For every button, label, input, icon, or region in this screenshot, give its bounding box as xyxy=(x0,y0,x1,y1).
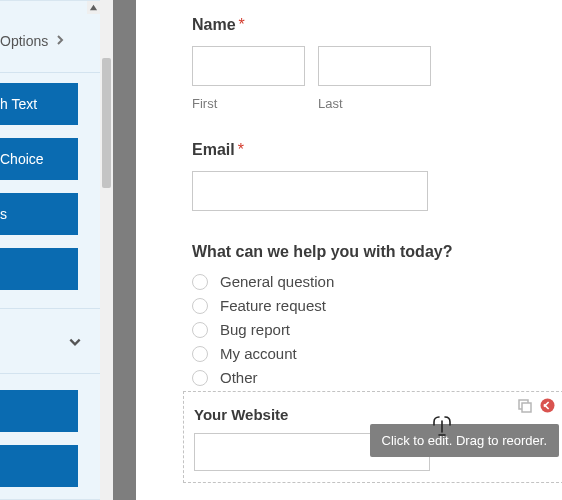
radio-option[interactable]: My account xyxy=(192,345,562,362)
radio-option[interactable]: General question xyxy=(192,273,562,290)
form-canvas: Name* First Last Email* What can w xyxy=(136,0,562,500)
svg-point-2 xyxy=(541,399,555,413)
svg-rect-1 xyxy=(522,403,531,412)
duplicate-icon[interactable] xyxy=(518,399,532,417)
radio-label: Bug report xyxy=(220,321,290,338)
radio-option[interactable]: Other xyxy=(192,369,562,386)
sidebar-field-s-label: s xyxy=(0,206,7,222)
name-last-input[interactable] xyxy=(318,46,431,86)
required-mark: * xyxy=(239,16,245,33)
name-first-input[interactable] xyxy=(192,46,305,86)
radio-icon xyxy=(192,370,208,386)
sidebar-field-6[interactable] xyxy=(0,445,78,487)
sidebar-scrollbar[interactable] xyxy=(100,0,113,500)
radio-label: Other xyxy=(220,369,258,386)
chevron-right-icon xyxy=(54,33,66,49)
chevron-down-icon xyxy=(68,335,82,349)
radio-label: General question xyxy=(220,273,334,290)
sidebar-divider xyxy=(0,72,100,73)
radio-label: Feature request xyxy=(220,297,326,314)
field-name[interactable]: Name* First Last xyxy=(136,16,562,141)
sidebar-divider xyxy=(0,373,100,374)
field-website[interactable]: Your Website Click to edit. Drag to reor… xyxy=(183,391,562,483)
sidebar-field-text[interactable]: h Text xyxy=(0,83,78,125)
name-last-sublabel: Last xyxy=(318,96,431,111)
field-help-label: What can we help you with today? xyxy=(192,243,562,261)
required-mark: * xyxy=(238,141,244,158)
panel-divider xyxy=(113,0,136,500)
sidebar-section-toggle[interactable] xyxy=(0,321,100,363)
email-input[interactable] xyxy=(192,171,428,211)
field-email-label: Email* xyxy=(192,141,562,159)
radio-icon xyxy=(192,322,208,338)
sidebar-field-choice[interactable]: Choice xyxy=(0,138,78,180)
sidebar-field-choice-label: Choice xyxy=(0,151,44,167)
sidebar-field-s[interactable]: s xyxy=(0,193,78,235)
radio-option[interactable]: Feature request xyxy=(192,297,562,314)
edit-tooltip: Click to edit. Drag to reorder. xyxy=(370,424,559,457)
fields-sidebar: Options h Text Choice s xyxy=(0,0,100,500)
sidebar-options-row[interactable]: Options xyxy=(0,23,100,58)
sidebar-options-label: Options xyxy=(0,33,48,49)
sidebar-field-4[interactable] xyxy=(0,248,78,290)
sidebar-scroll-up[interactable] xyxy=(87,1,100,14)
delete-icon[interactable] xyxy=(540,398,555,417)
radio-icon xyxy=(192,298,208,314)
field-email[interactable]: Email* xyxy=(136,141,562,243)
field-email-label-text: Email xyxy=(192,141,235,158)
sidebar-scrollbar-thumb[interactable] xyxy=(102,58,111,188)
field-name-label-text: Name xyxy=(192,16,236,33)
name-first-sublabel: First xyxy=(192,96,305,111)
radio-option[interactable]: Bug report xyxy=(192,321,562,338)
sidebar-field-5[interactable] xyxy=(0,390,78,432)
radio-icon xyxy=(192,346,208,362)
field-website-label: Your Website xyxy=(194,406,553,423)
field-help[interactable]: What can we help you with today? General… xyxy=(136,243,562,406)
field-name-label: Name* xyxy=(192,16,562,34)
sidebar-field-text-label: h Text xyxy=(0,96,37,112)
sidebar-divider xyxy=(0,308,100,309)
radio-icon xyxy=(192,274,208,290)
radio-label: My account xyxy=(220,345,297,362)
